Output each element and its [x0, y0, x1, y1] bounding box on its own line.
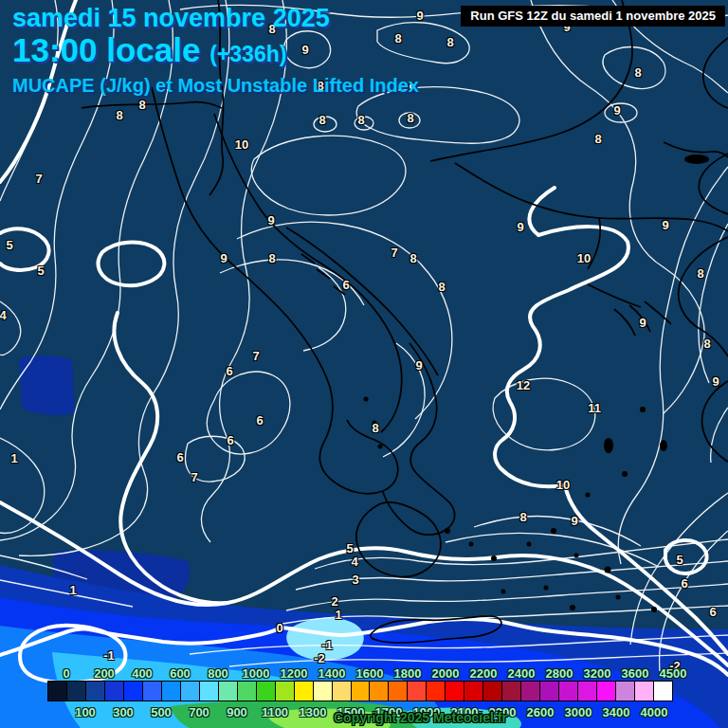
map-header: samedi 15 novembre 2025 13:00 locale (+3… — [12, 6, 419, 96]
colorbar-top-label: 400 — [132, 666, 153, 681]
contour-label: 8 — [138, 98, 145, 112]
colorbar-cell — [333, 682, 352, 701]
weather-map-page: 8988998898898888107999510987858684987969… — [0, 0, 728, 728]
colorbar-cell — [483, 682, 502, 701]
contour-label: 5 — [676, 553, 682, 567]
colorbar-cell — [67, 682, 86, 701]
colorbar-cell — [124, 682, 143, 701]
colorbar-top-label: 1400 — [318, 666, 346, 681]
contour-label: 6 — [226, 364, 232, 378]
colorbar-cell — [408, 682, 427, 701]
contour-label: 6 — [256, 413, 263, 428]
colorbar-cell — [502, 682, 521, 701]
contour-label: 9 — [220, 251, 227, 265]
colorbar-bottom-label: 500 — [151, 705, 172, 719]
colorbar-cell — [559, 682, 578, 701]
contour-label: 8 — [372, 421, 378, 435]
colorbar-top-label: 0 — [63, 666, 69, 681]
run-info-box: Run GFS 12Z du samedi 1 novembre 2025 — [461, 6, 725, 27]
colorbar-top-label: 2400 — [508, 666, 536, 681]
contour-label: 1 — [10, 451, 17, 465]
colorbar-top-label: 4500 — [660, 666, 687, 681]
colorbar-cell — [238, 682, 257, 701]
contour-label: 6 — [227, 433, 233, 447]
contour-label: 2 — [331, 594, 337, 609]
contour-label: 8 — [407, 111, 413, 125]
colorbar-cell — [597, 682, 616, 701]
colorbar-cell — [521, 682, 540, 701]
contour-label: 8 — [594, 132, 601, 146]
colorbar-cell — [446, 682, 464, 701]
contour-label: -1 — [103, 648, 115, 663]
contour-label: 8 — [446, 35, 453, 49]
colorbar-bottom-label: 3000 — [565, 705, 592, 719]
contour-label: 8 — [116, 108, 122, 122]
contour-label: 0 — [276, 621, 282, 635]
time-line: 13:00 locale (+336h) — [12, 33, 419, 67]
contour-label: 7 — [391, 246, 397, 260]
contour-label: 8 — [410, 251, 416, 265]
contour-label: 4 — [351, 555, 357, 569]
colorbar-bottom-label: 900 — [227, 705, 247, 719]
contour-label: 9 — [662, 218, 668, 232]
colorbar-top-label: 2800 — [546, 666, 573, 681]
colorbar-top-label: 3600 — [622, 666, 649, 681]
contour-label: 8 — [438, 280, 445, 294]
forecast-offset: (+336h) — [209, 42, 286, 66]
contour-label: 7 — [191, 470, 197, 484]
contour-label: 9 — [517, 220, 523, 234]
colorbar-cell — [635, 682, 654, 701]
contour-label: 3 — [352, 573, 358, 587]
colorbar — [47, 681, 673, 701]
colorbar-bottom-label: 1300 — [300, 705, 327, 719]
contour-label: 7 — [252, 349, 259, 363]
contour-label: 9 — [415, 358, 422, 373]
contour-label: 8 — [519, 510, 526, 524]
colorbar-cell — [105, 682, 124, 701]
contour-label: 6 — [709, 605, 716, 619]
contour-label: 1 — [335, 608, 341, 622]
copyright-text: Copyright 2025 Meteociel.fr — [334, 710, 507, 725]
colorbar-cell — [578, 682, 597, 701]
contour-label: 7 — [35, 172, 42, 186]
contour-label: 5 — [37, 264, 44, 278]
contour-label: -1 — [321, 638, 333, 652]
contour-label: 9 — [267, 213, 274, 228]
colorbar-bottom-label: 100 — [75, 705, 96, 719]
contour-label: 9 — [639, 316, 646, 330]
contour-label: 1 — [69, 583, 76, 597]
date-line: samedi 15 novembre 2025 — [12, 6, 419, 32]
contour-label: 8 — [634, 65, 641, 80]
colorbar-top-label: 2200 — [470, 666, 498, 681]
colorbar-cell — [352, 682, 371, 701]
contour-label: 9 — [613, 103, 620, 118]
colorbar-top-label: 200 — [94, 666, 115, 681]
contour-label: 6 — [342, 278, 349, 292]
colorbar-cell — [219, 682, 238, 701]
contour-label: 10 — [235, 137, 248, 152]
colorbar-cell — [370, 682, 389, 701]
colorbar-cell — [257, 682, 276, 701]
colorbar-cell — [464, 682, 483, 701]
contour-label: 9 — [571, 514, 577, 528]
colorbar-top-label: 1600 — [356, 666, 384, 681]
contour-label: 8 — [703, 337, 710, 351]
colorbar-bottom-label: 1100 — [262, 705, 288, 719]
contour-label: 8 — [357, 113, 364, 127]
colorbar-bottom-label: 4000 — [641, 705, 668, 719]
contour-label: 10 — [556, 478, 570, 492]
colorbar-cell — [200, 682, 219, 701]
contour-label: -2 — [314, 651, 325, 665]
colorbar-bottom-label: 300 — [113, 705, 134, 719]
colorbar-bottom-label: 700 — [189, 705, 209, 719]
contour-label: 6 — [681, 576, 687, 591]
contour-label: 5 — [346, 541, 353, 555]
contour-label: 6 — [176, 450, 183, 464]
contour-label: 8 — [697, 266, 703, 281]
colorbar-top-label: 800 — [208, 666, 228, 681]
contour-label: 8 — [318, 113, 325, 127]
colorbar-cell — [143, 682, 162, 701]
parameter-title: MUCAPE (J/kg) et Most Unstable Lifted In… — [12, 76, 419, 95]
colorbar-bottom-label: 3400 — [603, 705, 630, 719]
colorbar-top-label: 2000 — [432, 666, 460, 681]
